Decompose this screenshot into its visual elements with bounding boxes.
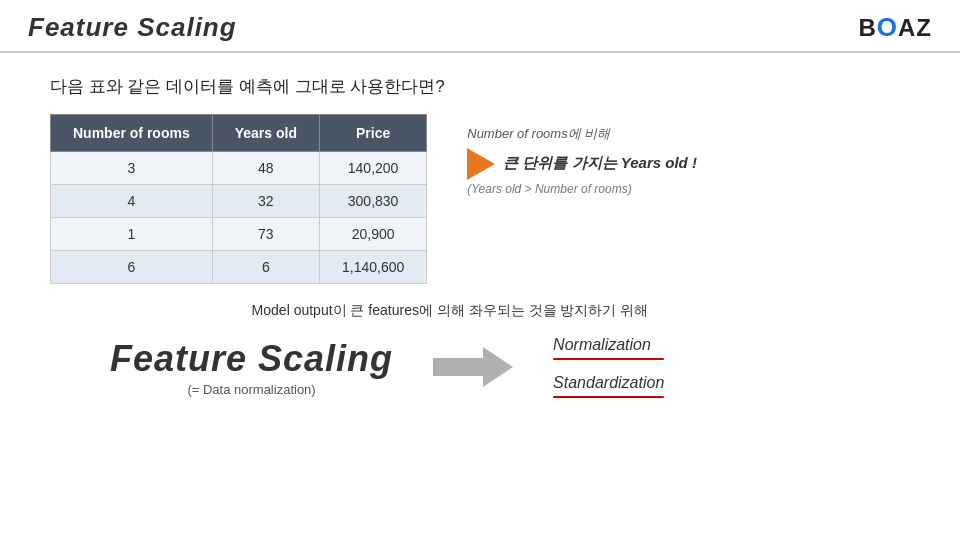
table-cell: 73 <box>212 218 319 251</box>
normalization-block: Normalization <box>553 336 664 360</box>
table-row: 661,140,600 <box>51 251 427 284</box>
col-header-years: Years old <box>212 115 319 152</box>
normalization-underline <box>553 358 664 360</box>
col-header-price: Price <box>319 115 426 152</box>
table-cell: 4 <box>51 185 213 218</box>
table-cell: 140,200 <box>319 152 426 185</box>
col-header-rooms: Number of rooms <box>51 115 213 152</box>
table-row: 348140,200 <box>51 152 427 185</box>
model-output-text: Model output이 큰 features에 의해 좌우되는 것을 방지하… <box>0 302 910 320</box>
table-row: 432300,830 <box>51 185 427 218</box>
standardization-label: Standardization <box>553 374 664 394</box>
bottom-section: Feature Scaling (= Data normalization) N… <box>50 336 910 398</box>
annotation-arrow-row: 큰 단위를 가지는 Years old ! <box>467 148 697 180</box>
norm-std-block: Normalization Standardization <box>553 336 664 398</box>
arrow-body <box>433 358 483 376</box>
feature-scaling-block: Feature Scaling (= Data normalization) <box>110 338 393 397</box>
table-cell: 300,830 <box>319 185 426 218</box>
standardization-underline <box>553 396 664 398</box>
table-cell: 6 <box>51 251 213 284</box>
annotation: Number of rooms에 비해 큰 단위를 가지는 Years old … <box>467 124 697 196</box>
table-cell: 48 <box>212 152 319 185</box>
data-table: Number of rooms Years old Price 348140,2… <box>50 114 427 284</box>
logo-b: B <box>858 14 876 42</box>
annotation-arrow-icon <box>467 148 495 180</box>
arrow-head <box>483 347 513 387</box>
header: Feature Scaling BOAZ <box>0 0 960 53</box>
annotation-line1: Number of rooms에 비해 <box>467 124 697 144</box>
subtitle: 다음 표와 같은 데이터를 예측에 그대로 사용한다면? <box>50 75 910 98</box>
feature-scaling-subtitle: (= Data normalization) <box>110 382 393 397</box>
annotation-line3: (Years old > Number of rooms) <box>467 182 697 196</box>
standardization-block: Standardization <box>553 374 664 398</box>
table-cell: 1,140,600 <box>319 251 426 284</box>
feature-scaling-title: Feature Scaling <box>110 338 393 380</box>
annotation-line2: 큰 단위를 가지는 Years old ! <box>503 154 697 173</box>
table-cell: 32 <box>212 185 319 218</box>
table-cell: 3 <box>51 152 213 185</box>
table-cell: 20,900 <box>319 218 426 251</box>
table-row: 17320,900 <box>51 218 427 251</box>
table-annotation-row: Number of rooms Years old Price 348140,2… <box>50 114 910 284</box>
big-arrow <box>433 347 513 387</box>
logo-o: O <box>877 12 898 43</box>
table-cell: 1 <box>51 218 213 251</box>
logo-az: AZ <box>898 14 932 42</box>
table-cell: 6 <box>212 251 319 284</box>
logo: BOAZ <box>858 12 932 43</box>
normalization-label: Normalization <box>553 336 664 356</box>
page-title: Feature Scaling <box>28 12 237 43</box>
main-content: 다음 표와 같은 데이터를 예측에 그대로 사용한다면? Number of r… <box>0 53 960 408</box>
